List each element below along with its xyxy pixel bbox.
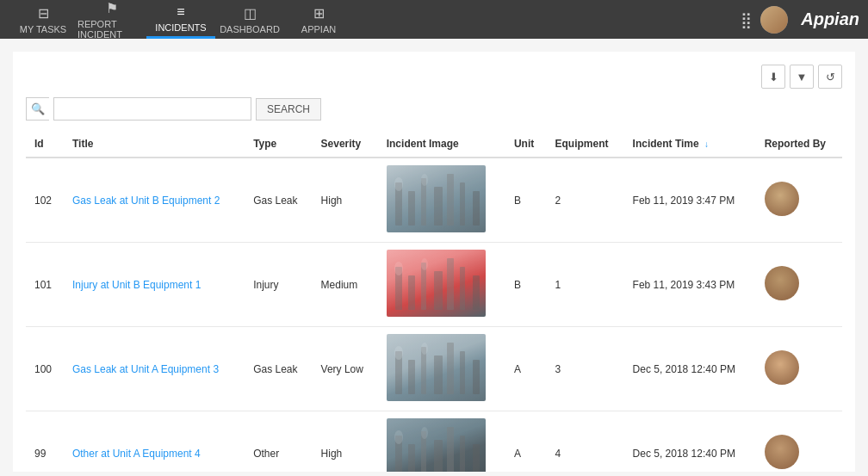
cell-incident-time: Dec 5, 2018 12:40 PM [624,411,756,473]
svg-rect-33 [473,444,480,472]
svg-rect-10 [408,275,415,310]
cell-reported-by [756,411,842,473]
svg-rect-5 [460,182,465,226]
svg-rect-19 [408,360,415,394]
incident-image [387,334,486,401]
col-header-id: Id [26,131,64,158]
incident-image [387,250,486,317]
cell-id: 99 [26,411,64,473]
col-header-title: Title [64,131,245,158]
cell-id: 102 [26,158,64,243]
toolbar: ⬇ ▼ ↺ [26,65,842,89]
report-incident-icon: ⚑ [106,0,118,16]
col-header-type: Type [245,131,312,158]
incident-image [387,165,486,232]
svg-rect-23 [460,351,465,394]
nav-item-my-tasks-label: MY TASKS [20,24,66,34]
cell-incident-image [378,158,505,243]
nav-items: ⊟ MY TASKS ⚑ REPORT INCIDENT ≡ INCIDENTS… [9,0,741,39]
refresh-button[interactable]: ↺ [818,65,842,89]
cell-equipment: 4 [547,411,624,473]
col-header-severity: Severity [313,131,378,158]
nav-item-appian[interactable]: ⊞ APPIAN [284,0,353,39]
nav-item-appian-label: APPIAN [301,24,336,34]
svg-rect-2 [421,178,426,226]
cell-title: Gas Leak at Unit B Equipment 2 [64,158,245,243]
svg-point-26 [421,343,428,355]
search-bar: 🔍 SEARCH [26,97,842,121]
svg-rect-13 [447,258,454,310]
nav-item-my-tasks[interactable]: ⊟ MY TASKS [9,0,78,39]
svg-rect-3 [434,187,443,226]
cell-unit: A [505,411,547,473]
svg-rect-11 [421,263,426,310]
search-icon-wrap: 🔍 [26,97,49,121]
search-icon: 🔍 [31,102,45,115]
table-row: 102Gas Leak at Unit B Equipment 2Gas Lea… [26,158,842,243]
svg-rect-29 [421,431,426,472]
svg-rect-0 [395,182,402,226]
table-row: 101Injury at Unit B Equipment 1InjuryMed… [26,243,842,327]
col-header-equipment: Equipment [547,131,624,158]
nav-item-incidents[interactable]: ≡ INCIDENTS [146,0,215,39]
svg-rect-20 [421,347,426,394]
incident-title-link[interactable]: Gas Leak at Unit B Equipment 2 [72,195,220,207]
svg-rect-31 [447,427,454,472]
cell-reported-by [756,243,842,327]
cell-severity: High [313,411,378,473]
incident-title-link[interactable]: Injury at Unit B Equipment 1 [72,279,201,291]
cell-id: 101 [26,243,64,327]
dashboard-icon: ◫ [244,5,257,22]
table-header: Id Title Type Severity Incident Image Un… [26,131,842,158]
svg-point-17 [421,258,428,270]
cell-equipment: 1 [547,243,624,327]
svg-rect-4 [447,174,454,226]
table-container: Id Title Type Severity Incident Image Un… [26,131,842,472]
nav-item-dashboard-label: DASHBOARD [220,24,280,34]
user-avatar[interactable] [760,6,788,34]
reporter-avatar [765,266,799,300]
nav-item-report-incident-label: REPORT INCIDENT [78,19,146,40]
grid-icon[interactable]: ⣿ [741,10,752,29]
col-header-incident-image: Incident Image [378,131,505,158]
incidents-icon: ≡ [177,4,184,20]
cell-type: Other [245,411,312,473]
col-header-incident-time: Incident Time ↓ [624,131,756,158]
svg-rect-27 [395,436,402,472]
svg-point-8 [421,174,428,186]
sort-icon[interactable]: ↓ [704,139,709,149]
cell-incident-time: Feb 11, 2019 3:47 PM [624,158,756,243]
nav-item-dashboard[interactable]: ◫ DASHBOARD [215,0,284,39]
top-nav: ⊟ MY TASKS ⚑ REPORT INCIDENT ≡ INCIDENTS… [0,0,868,39]
filter-button[interactable]: ▼ [790,65,814,89]
cell-id: 100 [26,327,64,411]
svg-rect-18 [395,351,402,394]
download-button[interactable]: ⬇ [761,65,785,89]
svg-rect-28 [408,444,415,472]
appian-logo: Appian [801,9,859,29]
svg-rect-1 [408,191,415,226]
reporter-avatar [765,350,799,385]
search-input[interactable] [53,97,251,121]
svg-rect-15 [473,275,480,310]
cell-severity: Very Low [313,327,378,411]
cell-type: Gas Leak [245,158,312,243]
my-tasks-icon: ⊟ [38,5,49,22]
svg-point-7 [394,177,403,191]
cell-incident-image [378,327,505,411]
table-row: 100Gas Leak at Unit A Equipment 3Gas Lea… [26,327,842,411]
incidents-table: Id Title Type Severity Incident Image Un… [26,131,842,472]
cell-unit: B [505,243,547,327]
nav-item-incidents-label: INCIDENTS [155,22,206,33]
svg-rect-12 [434,271,443,310]
incident-title-link[interactable]: Other at Unit A Equipment 4 [72,448,201,460]
cell-unit: A [505,327,547,411]
cell-reported-by [756,327,842,411]
cell-type: Injury [245,243,312,327]
reporter-avatar [765,182,799,216]
search-button[interactable]: SEARCH [256,98,321,121]
cell-equipment: 3 [547,327,624,411]
cell-severity: High [313,158,378,243]
incident-title-link[interactable]: Gas Leak at Unit A Equipment 3 [72,363,219,375]
nav-item-report-incident[interactable]: ⚑ REPORT INCIDENT [78,0,146,39]
